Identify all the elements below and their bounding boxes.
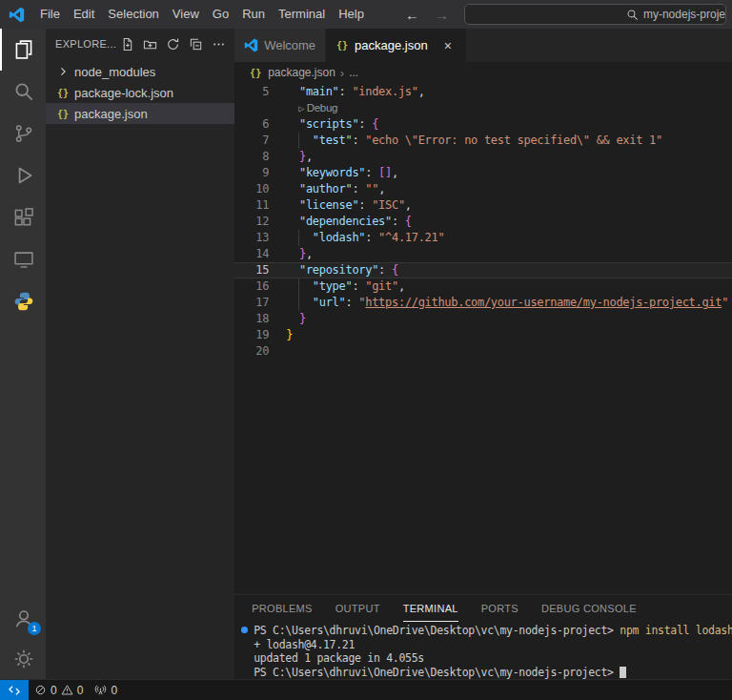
- refresh-explorer-button[interactable]: [162, 33, 183, 54]
- chevron-right-icon: [55, 64, 71, 79]
- code-token: {: [405, 215, 412, 228]
- line-number[interactable]: 8: [234, 149, 286, 165]
- code-token: ,: [392, 166, 398, 179]
- activity-source-control[interactable]: [0, 113, 46, 154]
- panel-tab-output[interactable]: OUTPUT: [336, 595, 380, 622]
- code-line-16[interactable]: 16 "type": "git",: [234, 278, 732, 295]
- new-file-button[interactable]: [116, 33, 137, 54]
- code-line-18[interactable]: 18 }: [234, 311, 732, 327]
- code-line-12[interactable]: 12 "dependencies": {: [234, 214, 732, 230]
- line-number[interactable]: 15: [234, 262, 286, 278]
- line-number[interactable]: 18: [234, 311, 286, 327]
- line-number[interactable]: 14: [234, 246, 286, 262]
- code-token: "index.js": [352, 85, 417, 98]
- tree-item-label: node_modules: [74, 65, 155, 79]
- codelens-label[interactable]: Debug: [304, 102, 337, 113]
- activity-remote-explorer[interactable]: [0, 238, 46, 280]
- terminal-line: PS C:\Users\dhruvi\OneDrive\Desktop\vc\m…: [234, 666, 732, 680]
- terminal[interactable]: PS C:\Users\dhruvi\OneDrive\Desktop\vc\m…: [234, 622, 732, 679]
- close-icon[interactable]: ×: [439, 38, 457, 53]
- menu-terminal[interactable]: Terminal: [272, 0, 332, 29]
- back-arrow-icon[interactable]: ←: [397, 7, 427, 23]
- code-token: "author": [299, 182, 352, 196]
- code-line-10[interactable]: 10 "author": "",: [234, 181, 732, 197]
- menu-bar: FileEditSelectionViewGoRunTerminalHelp: [33, 0, 371, 29]
- menu-go[interactable]: Go: [206, 0, 235, 29]
- line-number[interactable]: 9: [234, 165, 286, 181]
- vscode-logo-icon: [9, 7, 25, 23]
- activity-extensions[interactable]: [0, 196, 46, 238]
- code-line-14[interactable]: 14 },: [234, 246, 732, 262]
- menu-help[interactable]: Help: [332, 0, 371, 29]
- breadcrumb[interactable]: {} package.json › ...: [234, 62, 732, 83]
- panel-tab-debug-console[interactable]: DEBUG CONSOLE: [541, 595, 637, 622]
- activity-run-and-debug[interactable]: [0, 154, 46, 196]
- menu-selection[interactable]: Selection: [101, 0, 165, 29]
- code-line-11[interactable]: 11 "license": "ISC",: [234, 197, 732, 214]
- activity-search[interactable]: [0, 71, 46, 113]
- explorer-title: EXPLORE...: [55, 38, 116, 50]
- line-number[interactable]: 19: [234, 327, 286, 343]
- line-number[interactable]: 16: [234, 278, 286, 295]
- terminal-text: PS C:\Users\dhruvi\OneDrive\Desktop\vc\m…: [254, 666, 620, 679]
- codelens-line[interactable]: ▷ Debug: [234, 100, 732, 116]
- activity-explorer[interactable]: [0, 29, 46, 71]
- code-line-7[interactable]: 7 "test": "echo \"Error: no test specifi…: [234, 133, 732, 149]
- tree-item-node_modules[interactable]: node_modules: [46, 61, 234, 82]
- activity-python[interactable]: [0, 280, 46, 322]
- tree-item-package.json[interactable]: {}package.json: [46, 103, 234, 124]
- activity-accounts[interactable]: 1: [0, 599, 46, 639]
- activity-manage[interactable]: [0, 639, 46, 679]
- more-actions-button[interactable]: [208, 33, 229, 54]
- line-number[interactable]: 7: [234, 133, 286, 149]
- collapse-folders-button[interactable]: [185, 33, 206, 54]
- code-token: :: [352, 279, 365, 293]
- code-token: [286, 198, 299, 212]
- code-token: "keywords": [299, 166, 365, 179]
- line-content: "author": "",: [286, 181, 385, 197]
- line-number[interactable]: 6: [234, 116, 286, 133]
- tab-welcome[interactable]: Welcome: [234, 29, 326, 62]
- tree-item-package-lock.json[interactable]: {}package-lock.json: [46, 82, 234, 103]
- menu-file[interactable]: File: [33, 0, 67, 29]
- forward-arrow-icon[interactable]: →: [427, 7, 457, 23]
- line-number[interactable]: 11: [234, 197, 286, 214]
- search-icon: [13, 81, 34, 102]
- line-content: ▷ Debug: [286, 100, 337, 116]
- code-line-20[interactable]: 20: [234, 343, 732, 360]
- line-number[interactable]: 20: [234, 343, 286, 360]
- search-icon: [626, 9, 639, 21]
- line-number[interactable]: [234, 100, 286, 116]
- code-line-19[interactable]: 19}: [234, 327, 732, 343]
- breadcrumb-file[interactable]: package.json: [268, 66, 336, 79]
- code-line-6[interactable]: 6 "scripts": {: [234, 116, 732, 133]
- code-line-5[interactable]: 5 "main": "index.js",: [234, 84, 732, 100]
- menu-view[interactable]: View: [166, 0, 206, 29]
- new-file-icon: [120, 37, 134, 51]
- new-folder-button[interactable]: [139, 33, 160, 54]
- panel-tab-problems[interactable]: PROBLEMS: [252, 595, 313, 622]
- ports-status[interactable]: 0: [89, 680, 123, 700]
- panel-tab-ports[interactable]: PORTS: [481, 595, 518, 622]
- line-number[interactable]: 10: [234, 181, 286, 197]
- panel-tab-terminal[interactable]: TERMINAL: [403, 595, 458, 622]
- menu-edit[interactable]: Edit: [67, 0, 101, 29]
- line-number[interactable]: 13: [234, 230, 286, 246]
- code-editor[interactable]: 5 "main": "index.js",▷ Debug6 "scripts":…: [234, 83, 732, 594]
- problems-status[interactable]: 0 0: [29, 680, 89, 700]
- code-line-15[interactable]: 15 "repository": {: [234, 262, 732, 278]
- code-line-8[interactable]: 8 },: [234, 149, 732, 165]
- tab-package-json[interactable]: {}package.json×: [326, 29, 467, 62]
- command-center[interactable]: my-nodejs-proje: [464, 4, 726, 25]
- code-token: "repository": [299, 263, 378, 277]
- menu-run[interactable]: Run: [235, 0, 272, 29]
- line-number[interactable]: 17: [234, 295, 286, 311]
- activity-bar-top: [0, 29, 46, 322]
- line-number[interactable]: 5: [234, 84, 286, 100]
- code-line-9[interactable]: 9 "keywords": [],: [234, 165, 732, 181]
- line-number[interactable]: 12: [234, 214, 286, 230]
- code-line-13[interactable]: 13 "lodash": "^4.17.21": [234, 230, 732, 246]
- code-line-17[interactable]: 17 "url": "https://github.com/your-usern…: [234, 295, 732, 311]
- remote-indicator[interactable]: [0, 680, 29, 700]
- breadcrumb-symbol[interactable]: ...: [349, 66, 358, 79]
